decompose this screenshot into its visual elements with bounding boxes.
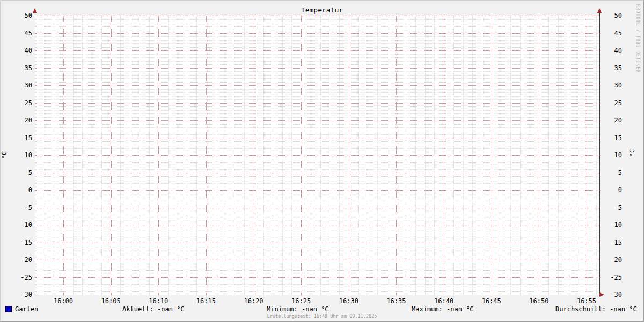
gridline-minor-h [35, 246, 599, 246]
y-axis-tick-label-left: 50 [0, 12, 32, 19]
gridline-minor-h [35, 180, 599, 180]
gridline-major-h [35, 68, 599, 69]
stat-durchschnitt: Durchschnitt: -nan °C [555, 305, 637, 313]
gridline-major-h [35, 16, 599, 16]
y-axis-tick-label-right: 0 [604, 186, 622, 194]
gridline-major-v [444, 16, 444, 295]
stat-minimum: Minimum: -nan °C [267, 305, 329, 313]
x-axis-tick-label: 16:35 [383, 297, 409, 305]
gridline-minor-h [35, 197, 599, 197]
gridline-minor-h [35, 204, 599, 204]
y-axis-tick-label-right: 10 [604, 151, 622, 159]
x-axis-line [33, 295, 600, 295]
y-axis-tick-label-left: 0 [0, 186, 32, 194]
x-axis-tick-label: 16:05 [98, 297, 125, 305]
gridline-minor-h [35, 239, 599, 239]
gridline-major-h [35, 277, 599, 278]
x-axis-tick-label: 16:50 [525, 297, 552, 305]
gridline-minor-h [35, 99, 599, 100]
y-axis-tick-label-left: -10 [0, 221, 32, 229]
y-axis-tick-label-left: -25 [0, 274, 32, 281]
gridline-minor-h [35, 152, 599, 152]
creation-time: Erstellungszeit: 16:48 Uhr am 09.11.2025 [0, 313, 644, 319]
gridline-minor-h [35, 106, 599, 107]
gridline-minor-h [35, 281, 599, 281]
gridline-major-v [539, 16, 539, 295]
plot-area [35, 16, 599, 295]
gridline-minor-h [35, 19, 599, 20]
gridline-major-v [349, 16, 349, 295]
y-axis-tick-label-right: 30 [604, 82, 622, 89]
gridline-minor-h [35, 43, 599, 44]
y-axis-tick-label-left: 45 [0, 30, 32, 37]
y-axis-tick-label-right: -15 [604, 239, 622, 246]
gridline-minor-h [35, 222, 599, 222]
x-axis-tick-label: 16:25 [288, 297, 314, 305]
gridline-minor-h [35, 23, 599, 23]
gridline-minor-h [35, 117, 599, 118]
gridline-minor-h [35, 89, 599, 90]
gridline-major-v [301, 16, 302, 295]
gridline-minor-h [35, 215, 599, 215]
gridline-minor-h [35, 236, 599, 236]
gridline-minor-h [35, 253, 599, 253]
y-axis-tick-label-right: 20 [604, 116, 622, 124]
gridline-minor-h [35, 267, 599, 267]
rrdtool-temperature-graph: Temperatur RRDTOOL / TOBI OETIKER °C °C … [0, 0, 644, 322]
gridline-major-h [35, 190, 599, 191]
gridline-minor-h [35, 40, 599, 41]
gridline-minor-h [35, 75, 599, 76]
y-axis-line-right [599, 11, 600, 295]
y-axis-tick-label-left: 5 [0, 169, 32, 177]
gridline-minor-h [35, 159, 599, 159]
stat-maximum: Maximum: -nan °C [412, 305, 474, 313]
y-axis-tick-label-left: 30 [0, 82, 32, 89]
x-axis-tick-label: 16:45 [478, 297, 505, 305]
gridline-major-v [111, 16, 112, 295]
gridline-major-h [35, 85, 599, 86]
x-axis-tick-label: 16:30 [335, 297, 362, 305]
gridline-minor-h [35, 250, 599, 250]
gridline-minor-h [35, 82, 599, 83]
gridline-minor-h [35, 30, 599, 30]
gridline-minor-h [35, 78, 599, 79]
gridline-major-h [35, 33, 599, 34]
y-axis-tick-label-right: -20 [604, 256, 622, 264]
y-axis-tick-label-left: 20 [0, 116, 32, 124]
gridline-major-h [35, 208, 599, 208]
y-axis-tick-label-left: 35 [0, 64, 32, 72]
gridline-minor-h [35, 26, 599, 27]
gridline-major-h [35, 260, 599, 260]
y-axis-tick-label-left: -20 [0, 256, 32, 264]
gridline-major-h [35, 173, 599, 173]
y-axis-tick-label-left: -30 [0, 291, 32, 298]
gridline-major-h [35, 155, 599, 156]
x-axis-tick-label: 16:40 [430, 297, 457, 305]
gridline-major-h [35, 243, 599, 243]
gridline-minor-h [35, 176, 599, 177]
gridline-major-v [492, 16, 492, 295]
gridline-minor-h [35, 141, 599, 142]
gridline-major-v [63, 16, 64, 295]
gridline-minor-h [35, 232, 599, 232]
gridline-minor-h [35, 288, 599, 288]
gridline-minor-h [35, 169, 599, 170]
gridline-minor-h [35, 47, 599, 48]
x-axis-tick-label: 16:15 [193, 297, 219, 305]
y-axis-tick-label-left: 25 [0, 99, 32, 107]
gridline-minor-h [35, 148, 599, 149]
series-color-swatch [5, 306, 12, 312]
stat-aktuell: Aktuell: -nan °C [122, 305, 185, 313]
rrdtool-watermark: RRDTOOL / TOBI OETIKER [635, 4, 640, 112]
gridline-major-h [35, 138, 599, 138]
x-axis-tick-label: 16:10 [145, 297, 172, 305]
chart-title: Temperatur [0, 6, 644, 14]
gridline-major-v [206, 16, 207, 295]
y-axis-tick-label-right: -30 [604, 291, 622, 298]
gridline-minor-h [35, 54, 599, 55]
gridline-minor-h [35, 218, 599, 218]
series-label: Garten [15, 305, 38, 313]
gridline-minor-h [35, 187, 599, 187]
y-axis-tick-label-left: 15 [0, 134, 32, 142]
gridline-minor-h [35, 96, 599, 97]
